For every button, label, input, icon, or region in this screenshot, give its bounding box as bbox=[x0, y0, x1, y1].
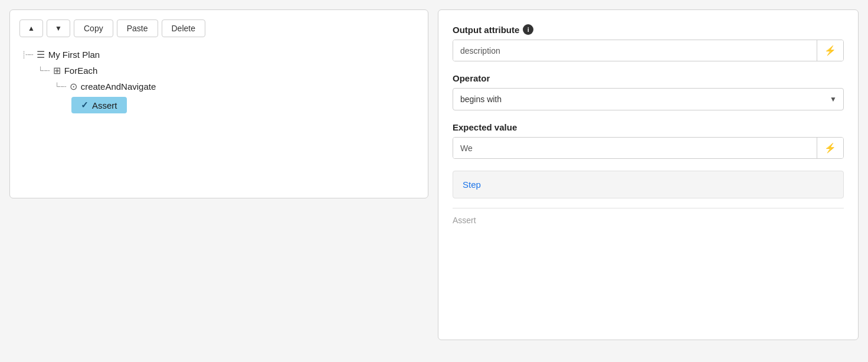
expected-value-lightning-button[interactable]: ⚡ bbox=[817, 138, 843, 158]
operator-label: Operator bbox=[453, 73, 844, 83]
expected-value-input[interactable] bbox=[453, 138, 817, 158]
delete-button[interactable]: Delete bbox=[162, 19, 205, 37]
right-panel: Output attribute i ⚡ Operator begins wit… bbox=[438, 9, 859, 340]
output-attribute-section: Output attribute i ⚡ bbox=[453, 24, 844, 61]
tree-connector: ┊╌╌ bbox=[22, 51, 33, 59]
tree-item-assert[interactable]: ✓ Assert bbox=[22, 97, 418, 113]
output-attribute-input[interactable] bbox=[453, 40, 817, 61]
tree-item-my-first-plan[interactable]: ┊╌╌ ☰ My First Plan bbox=[22, 49, 418, 60]
step-box: Step bbox=[453, 171, 844, 198]
tree-connector: └╌╌ bbox=[55, 83, 66, 91]
list-icon: ☰ bbox=[37, 49, 45, 60]
operator-select-wrapper: begins with contains equals ends with ma… bbox=[453, 88, 844, 110]
tree-connector: └╌╌ bbox=[38, 67, 50, 75]
tree: ┊╌╌ ☰ My First Plan └╌╌ ⊞ ForEach └╌╌ ⊙ … bbox=[19, 49, 418, 113]
tree-label-my-first-plan: My First Plan bbox=[48, 50, 100, 60]
footer-label: Assert bbox=[453, 216, 476, 225]
output-attribute-label: Output attribute i bbox=[453, 24, 844, 35]
step-link[interactable]: Step bbox=[463, 180, 481, 190]
expected-value-label: Expected value bbox=[453, 122, 844, 132]
tree-item-foreach[interactable]: └╌╌ ⊞ ForEach bbox=[22, 65, 418, 76]
target-icon: ⊙ bbox=[70, 81, 77, 92]
operator-section: Operator begins with contains equals end… bbox=[453, 73, 844, 110]
info-icon[interactable]: i bbox=[523, 24, 533, 35]
output-attribute-input-wrapper: ⚡ bbox=[453, 40, 844, 61]
assert-badge: ✓ Assert bbox=[71, 97, 127, 113]
divider bbox=[453, 208, 844, 208]
copy-button[interactable]: Copy bbox=[74, 19, 113, 37]
tree-label-create-navigate: createAndNavigate bbox=[81, 81, 156, 92]
toolbar: ▲ ▼ Copy Paste Delete bbox=[19, 19, 418, 37]
move-down-button[interactable]: ▼ bbox=[47, 19, 70, 37]
grid-icon: ⊞ bbox=[53, 65, 61, 76]
tree-label-foreach: ForEach bbox=[64, 66, 98, 76]
tree-item-create-navigate[interactable]: └╌╌ ⊙ createAndNavigate bbox=[22, 81, 418, 92]
output-attribute-lightning-button[interactable]: ⚡ bbox=[817, 40, 843, 61]
checkmark-icon: ✓ bbox=[81, 100, 89, 110]
step-section: Step Assert bbox=[453, 171, 844, 225]
left-panel: ▲ ▼ Copy Paste Delete ┊╌╌ ☰ My First Pla… bbox=[9, 9, 428, 198]
assert-badge-label: Assert bbox=[92, 100, 117, 110]
operator-select[interactable]: begins with contains equals ends with ma… bbox=[453, 88, 844, 110]
expected-value-section: Expected value ⚡ bbox=[453, 122, 844, 159]
move-up-button[interactable]: ▲ bbox=[19, 19, 43, 37]
paste-button[interactable]: Paste bbox=[117, 19, 158, 37]
expected-value-input-wrapper: ⚡ bbox=[453, 137, 844, 159]
